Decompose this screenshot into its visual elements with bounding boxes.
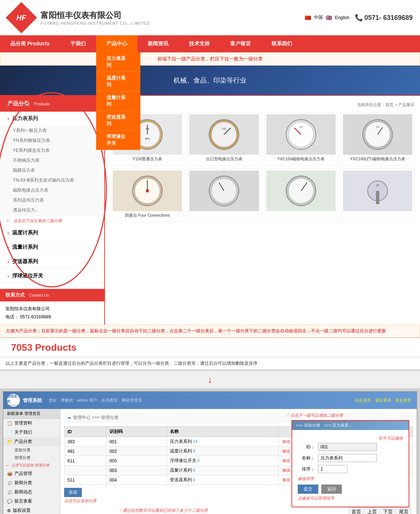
page-first[interactable]: 首页 — [349, 507, 364, 514]
sub-item-7[interactable]: 磁助电接点压力表 — [0, 185, 104, 195]
product-card-3[interactable]: 1.5 YXC150磁助电接点压力表 — [264, 112, 338, 165]
svg-text:1.5: 1.5 — [299, 126, 302, 128]
sidebar-label-temp: 温度计系列 — [12, 230, 38, 236]
count-badge-1: 14 — [193, 439, 197, 444]
menu-sub-manage-cat[interactable]: 管理分类 — [3, 454, 60, 462]
product-card-6[interactable] — [187, 168, 261, 222]
sidebar-item-temp[interactable]: › 温度计系列 — [0, 226, 104, 240]
cell-name-5: 变送器系列 0 — [167, 475, 279, 485]
svg-rect-28 — [376, 191, 379, 204]
count-badge-4: 0 — [193, 468, 195, 472]
dropdown-item-float[interactable]: 浮球液位开关 — [96, 130, 140, 150]
sort-input[interactable] — [318, 465, 347, 473]
edit-btn-3[interactable]: 修改 — [282, 458, 290, 463]
sidebar-item-float[interactable]: › 浮球液位开关 — [0, 269, 104, 283]
arrow-right-bc-icon: ➡ — [67, 415, 71, 420]
menu-item-resources[interactable]: 📋 管理资料 — [3, 419, 60, 428]
admin-logo-sub: tiandixm.net — [7, 404, 21, 406]
nav-news[interactable]: 新闻资讯 — [137, 35, 179, 52]
dropdown-item-temp[interactable]: 温度计系列 — [96, 72, 140, 91]
dropdown-item-transmitter[interactable]: 变送器系列 — [96, 111, 140, 130]
product-card-2[interactable]: 0.8 出口型电接点压力表 — [187, 112, 261, 165]
form-row-sort: 排序： — [298, 465, 403, 473]
edit-form-overlay: >>> 添加分类 >>> 压力表系... ID不可以修改 ID： — [291, 420, 409, 507]
nav-products-cat[interactable]: 品分类 Products — [0, 35, 60, 52]
nav-products-center[interactable]: 产品中心 压力表系列 温度计系列 流量计系列 变送器系列 浮球液位开关 — [96, 35, 137, 52]
dropdown-item-flow[interactable]: 流量计系列 — [96, 91, 140, 111]
product-name-1: Y150普通压力表 — [113, 155, 182, 163]
edit-btn-4[interactable]: 修改 — [282, 468, 290, 472]
company-name-en: FUYANG HENGFENG INSTRUMENT CO., LIMITED — [41, 21, 150, 25]
sub-item-5[interactable]: 隔膜压力表 — [0, 165, 104, 175]
product-img-8: 10 — [343, 171, 412, 211]
page-last[interactable]: 尾页 — [396, 507, 411, 514]
menu-item-about[interactable]: 📄 关于我们 — [3, 428, 60, 437]
nav-contact[interactable]: 联系我们 — [261, 35, 302, 52]
product-card-4[interactable]: 1.5 YXC100(ZT)磁助电接点压力表 — [341, 112, 414, 165]
product-card-7[interactable] — [264, 168, 338, 222]
product-card-8[interactable]: 10 — [341, 168, 414, 222]
annotation-sidebar-section: 左侧为产品分类；目前显示的是一级分类，鼠标点击一级分类后自动下拉二级分类，点击第… — [0, 325, 420, 338]
product-card-5[interactable]: 四接点 Four Connections — [111, 168, 184, 222]
left-menu: 刷新菜单 管理首页 📋 管理资料 📄 关于我们 📁 产品分类 添加分类 管 — [3, 409, 60, 514]
edit-btn-1[interactable]: 修改 — [282, 439, 290, 444]
left-arrow-icon: ← — [6, 217, 11, 224]
page-prev[interactable]: 上页 — [365, 507, 379, 514]
sub-item-8[interactable]: 系列远传压力表 — [0, 195, 104, 205]
dropdown-item-pressure[interactable]: 压力表系列 — [96, 52, 140, 72]
sub-item-6[interactable]: YN-63-Ⅲ系列支架式轴向压力表 — [0, 175, 104, 185]
nav-message[interactable]: 客户留言 — [220, 35, 261, 52]
left-point-icon: ← — [5, 462, 10, 468]
menu-item-product-cat[interactable]: 📁 产品分类 添加分类 管理分类 ← 点市可以添加 管理分类 — [3, 437, 60, 469]
menu-item-news-dynamic[interactable]: 📰 新闻动态 — [3, 487, 60, 497]
products-count-section: 7053 Products — [0, 338, 420, 357]
product-name-3: YXC150磁助电接点压力表 — [266, 155, 336, 163]
link-logout[interactable]: 退出登录 — [375, 398, 391, 402]
nav-tech[interactable]: 技术支持 — [179, 35, 220, 52]
add-category-btn[interactable]: 添加 — [64, 488, 82, 497]
box-icon: 📦 — [7, 471, 13, 476]
contact-header-en: Contact Us — [29, 293, 49, 297]
menu-item-news-cat[interactable]: 📰 新闻分类 — [3, 478, 60, 487]
sidebar-item-pressure[interactable]: › 压力表系列 Y系列一般压力表 YN系列耐振压力表 YE系列膜盒压力表 不锈钢… — [0, 112, 104, 216]
menu-item-copyright[interactable]: ⚙ 版权设置 — [3, 506, 60, 514]
header: HF 富阳恒丰仪表有限公司 FUYANG HENGFENG INSTRUMENT… — [0, 0, 420, 35]
refresh-menu-btn[interactable]: 刷新菜单 管理首页 — [3, 409, 60, 419]
edit-form-body: ID不可以修改 ID： 名称： 排序： — [292, 430, 409, 507]
lang-en-label[interactable]: English — [335, 15, 349, 20]
menu-sub-add-cat[interactable]: 添加分类 — [3, 446, 60, 454]
arrow-right-float-icon: › — [7, 273, 9, 279]
sub-item-2[interactable]: YN系列耐振压力表 — [0, 136, 104, 146]
products-display-header: 产品展示 当前所在位置：首页 > 产品展示 — [111, 101, 414, 108]
language-switcher[interactable]: 🇨🇳 中国 🇬🇧 English — [305, 14, 349, 21]
company-info: 富阳恒丰仪表有限公司 FUYANG HENGFENG INSTRUMENT CO… — [41, 10, 150, 25]
sidebar-item-flow[interactable]: › 流量计系列 — [0, 240, 104, 255]
name-input[interactable] — [318, 454, 377, 462]
sidebar-item-transmitter[interactable]: › 变送器系列 — [0, 255, 104, 269]
nav-about[interactable]: 于我们 — [60, 35, 96, 52]
menu-product-cat-header[interactable]: 📁 产品分类 — [3, 437, 60, 446]
annotation-sub-label: 点击后下拉出来的二级分类 — [13, 218, 62, 224]
arrow-right-trans-icon: › — [7, 259, 9, 265]
news-icon: 📰 — [7, 480, 13, 486]
back-btn[interactable]: 返回 — [321, 485, 342, 494]
edit-btn-2[interactable]: 修改 — [282, 449, 290, 453]
product-img-7 — [266, 171, 336, 211]
menu-item-product-mgmt[interactable]: 📦 产品管理 — [3, 469, 60, 478]
menu-label-product-cat: 产品分类 — [14, 438, 32, 445]
edit-form-bc-1: >>> 添加分类 — [296, 423, 320, 428]
gear-icon: ⚙ — [7, 508, 11, 513]
edit-btn-5[interactable]: 修改 — [282, 478, 290, 482]
product-name-2: 出口型电接点压力表 — [189, 155, 259, 163]
sub-item-3[interactable]: YE系列膜盒压力表 — [0, 146, 104, 155]
link-admin-home[interactable]: 后台首页 — [355, 398, 371, 402]
sub-item-1[interactable]: Y系列一般压力表 — [0, 126, 104, 136]
sub-item-4[interactable]: 不锈钢压力表 — [0, 155, 104, 165]
link-frontend[interactable]: 前台首页 — [395, 398, 412, 402]
page-next[interactable]: 下页 — [381, 507, 395, 514]
submit-btn[interactable]: 提交 — [298, 485, 318, 494]
menu-item-messages[interactable]: 💬 留言查看 — [3, 497, 60, 506]
lang-cn-label[interactable]: 中国 — [314, 14, 323, 21]
sub-item-9[interactable]: 透远传压力... — [0, 205, 104, 215]
number-note-text: 通过这些数字可以看到已经加了多少个二级分类 — [123, 508, 208, 513]
